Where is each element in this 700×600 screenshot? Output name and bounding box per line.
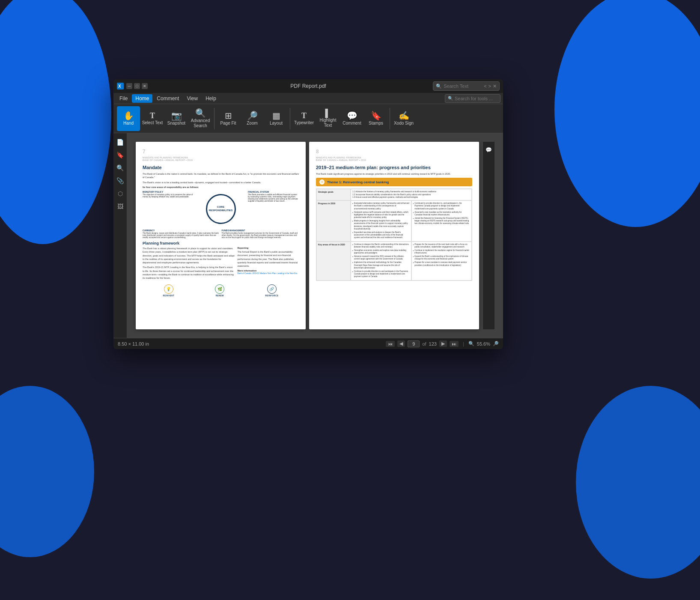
typewriter-icon: T <box>301 112 307 119</box>
search-nav-left[interactable]: < <box>484 84 486 89</box>
progress-col1: •Evaluated alternative monetary policy f… <box>351 200 411 242</box>
reinvent-label: REINVENT <box>163 295 175 297</box>
page-8-title: 2019–21 medium-term plan: progress and p… <box>316 165 472 170</box>
col-monetary-body: The objective of monetary policy is to p… <box>143 194 194 198</box>
advanced-search-icon: 🔍 <box>195 109 206 117</box>
pdf-area[interactable]: 7 MANDATE AND PLANNING FRAMEWORK BANK OF… <box>127 133 503 338</box>
minimize-button[interactable]: ─ <box>126 83 132 89</box>
tool-typewriter[interactable]: T Typewriter <box>292 106 316 131</box>
tool-layout-label: Layout <box>270 121 283 126</box>
title-search-bar[interactable]: 🔍 < > ✕ <box>433 81 500 91</box>
chat-icon[interactable]: 💬 <box>484 145 494 155</box>
menu-home[interactable]: Home <box>132 94 152 103</box>
page-7-body2: The Bank's vision is to be a leading cen… <box>143 181 299 184</box>
col-currency-body: The Bank designs, issues and distributes… <box>143 232 220 239</box>
tool-advanced-search-label: Advanced Search <box>189 118 212 128</box>
zoom-in-icon[interactable]: 🔎 <box>493 341 499 346</box>
status-sep1: | <box>463 341 464 346</box>
sidebar-page-icon[interactable]: 📄 <box>115 137 126 148</box>
strategic-goals-header: Strategic goals <box>316 189 351 200</box>
theme-banner: ① Theme 1: Reinventing central banking <box>316 178 472 186</box>
progress-2019-header: Progress in 2019 <box>316 200 351 242</box>
menu-comment[interactable]: Comment <box>153 94 182 103</box>
strategic-goals-text: 1.1 Advance the frontiers of monetary po… <box>351 189 472 200</box>
tool-xodo-sign[interactable]: ✍ Xodo Sign <box>392 106 415 131</box>
stamps-icon: 🔖 <box>371 111 381 120</box>
main-content: 📄 🔖 🔍 📎 ⬡ 🖼 7 MANDATE AND PLANNING FRAME… <box>113 133 503 338</box>
page-separator: of <box>422 341 426 346</box>
bottom-icons: 💡 REINVENT 🌿 RENEW 🔗 REINFORCE <box>143 284 299 297</box>
tool-typewriter-label: Typewriter <box>294 120 314 125</box>
theme-title: Theme 1: Reinventing central banking <box>327 180 389 184</box>
app-window: X ─ □ ✕ PDF Report.pdf 🔍 < > ✕ File Home… <box>113 79 503 349</box>
last-page-button[interactable]: ⏭ <box>450 341 459 347</box>
sidebar-layers-icon[interactable]: ⬡ <box>115 188 126 199</box>
toolbar: ✋ Hand T Select Text 📷 Snapshot 🔍 Advanc… <box>113 104 503 133</box>
prev-page-button[interactable]: ◀ <box>397 340 405 347</box>
page-size: 8.50 × 11.00 in <box>118 341 149 346</box>
menu-file[interactable]: File <box>116 94 131 103</box>
menu-bar: File Home Comment View Help 🔍 <box>113 93 503 104</box>
tool-page-fit-label: Page Fit <box>220 121 236 126</box>
tool-select-text[interactable]: T Select Text <box>141 106 164 131</box>
search-nav-right[interactable]: > <box>489 84 491 89</box>
tool-page-fit[interactable]: ⊞ Page Fit <box>217 106 240 131</box>
maximize-button[interactable]: □ <box>134 83 140 89</box>
reporting-title: Reporting <box>237 247 299 249</box>
tool-zoom-label: Zoom <box>247 121 258 126</box>
xodo-sign-icon: ✍ <box>399 111 409 120</box>
reinforce-icon: 🔗 <box>267 284 277 294</box>
menu-search-bar[interactable]: 🔍 <box>445 94 500 103</box>
current-page-input[interactable] <box>408 340 420 347</box>
col-monetary-title: MONETARY POLICY <box>143 191 194 193</box>
title-search-input[interactable] <box>444 84 482 89</box>
next-page-button[interactable]: ▶ <box>439 340 447 347</box>
highlight-text-icon: ▌ <box>325 109 331 117</box>
title-bar: X ─ □ ✕ PDF Report.pdf 🔍 < > ✕ <box>113 79 503 93</box>
tool-hand[interactable]: ✋ Hand <box>117 106 140 131</box>
tool-advanced-search[interactable]: 🔍 Advanced Search <box>189 106 212 131</box>
tool-stamps[interactable]: 🔖 Stamps <box>364 106 387 131</box>
menu-search-input[interactable] <box>455 96 497 101</box>
menu-help[interactable]: Help <box>202 94 220 103</box>
bg-shape-bottom-left <box>0 386 94 557</box>
right-panel: 💬 <box>483 142 494 329</box>
pdf-page-8: 8 MANDATE AND PLANNING FRAMEWORK BANK OF… <box>309 142 479 329</box>
app-icon: X <box>117 83 124 90</box>
sidebar-search-icon[interactable]: 🔍 <box>115 162 126 173</box>
core-circle-text: CORE RESPONSIBILITIES <box>207 206 235 212</box>
svg-text:X: X <box>118 84 121 89</box>
page-7-bold1: Its four core areas of responsibility ar… <box>143 186 199 188</box>
left-sidebar: 📄 🔖 🔍 📎 ⬡ 🖼 <box>113 133 127 338</box>
sidebar-image-icon[interactable]: 🖼 <box>115 201 126 212</box>
sidebar-bookmark-icon[interactable]: 🔖 <box>115 149 126 161</box>
sidebar-attachment-icon[interactable]: 📎 <box>115 175 126 186</box>
tool-zoom[interactable]: 🔎 Zoom <box>241 106 264 131</box>
key-areas-col1: •Continue to deepen the Bank's understan… <box>351 242 411 281</box>
toolbar-sep-1 <box>214 108 214 129</box>
search-close-icon[interactable]: ✕ <box>493 84 497 89</box>
tool-highlight-text-label: Highlight Text <box>316 118 340 128</box>
page-fit-icon: ⊞ <box>225 111 232 120</box>
col-financial-title: FINANCIAL SYSTEM <box>248 191 299 193</box>
menu-view[interactable]: View <box>183 94 201 103</box>
title-bar-left: X ─ □ ✕ <box>117 83 148 90</box>
tool-highlight-text[interactable]: ▌ Highlight Text <box>316 106 340 131</box>
icon-reinforce: 🔗 REINFORCE <box>265 284 278 297</box>
reporting-body: The Annual Report is the Bank's public a… <box>237 250 299 268</box>
close-button[interactable]: ✕ <box>142 83 148 89</box>
window-title: PDF Report.pdf <box>290 83 326 89</box>
status-bar-right: ⏮ ◀ of 123 ▶ ⏭ | 🔍 55.6% 🔎 <box>386 340 499 347</box>
first-page-button[interactable]: ⏮ <box>386 341 395 347</box>
search-icon: 🔍 <box>436 84 442 89</box>
tool-comment[interactable]: 💬 Comment <box>340 106 363 131</box>
tool-comment-label: Comment <box>343 121 361 126</box>
zoom-level: 55.6% <box>477 341 490 346</box>
zoom-out-icon[interactable]: 🔍 <box>468 341 474 346</box>
icon-renew: 🌿 RENEW <box>215 284 224 297</box>
bg-shape-bottom-right <box>576 386 700 579</box>
more-info-link[interactable]: Bank of Canada. 2019-21 Medium-Term Plan… <box>237 272 299 275</box>
key-areas-header: Key areas of focus in 2020 <box>316 242 351 281</box>
tool-snapshot[interactable]: 📷 Snapshot <box>165 106 188 131</box>
tool-layout[interactable]: ▦ Layout <box>265 106 288 131</box>
